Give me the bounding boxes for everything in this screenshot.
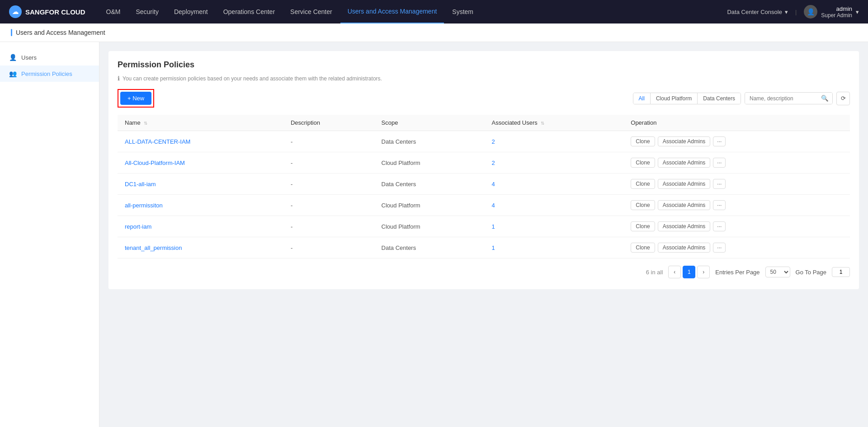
associated-count-link-5[interactable]: 1 [492, 244, 495, 251]
entries-per-page-label: Entries Per Page [715, 269, 760, 276]
page-nav: ‹ 1 › [668, 266, 710, 278]
refresh-button[interactable]: ⟳ [836, 92, 850, 105]
filter-cloud-platform[interactable]: Cloud Platform [651, 93, 698, 104]
sidebar-item-permission-policies[interactable]: 👥 Permission Policies [0, 66, 99, 82]
goto-label: Go To Page [796, 269, 826, 276]
sidebar-item-users[interactable]: 👤 Users [0, 49, 99, 66]
user-chevron-icon: ▾ [856, 9, 859, 15]
cell-associated-5: 1 [485, 237, 624, 258]
associate-admins-button-3[interactable]: Associate Admins [658, 200, 711, 210]
associate-admins-button-1[interactable]: Associate Admins [658, 158, 711, 168]
col-scope: Scope [374, 115, 485, 131]
cell-ops-0: Clone Associate Admins ··· [623, 131, 850, 152]
table-row: tenant_all_permission - Data Centers 1 C… [118, 237, 850, 258]
action-group-3: Clone Associate Admins ··· [631, 200, 843, 210]
more-button-2[interactable]: ··· [713, 179, 726, 189]
page-title: Permission Policies [118, 60, 850, 70]
policy-name-link-3[interactable]: all-permissiton [125, 202, 163, 209]
user-menu[interactable]: 👤 admin Super Admin ▾ [804, 5, 859, 19]
search-button[interactable]: 🔍 [817, 93, 832, 104]
content-card: Permission Policies ℹ You can create per… [108, 51, 859, 289]
more-button-1[interactable]: ··· [713, 158, 726, 168]
nav-item-deployment[interactable]: Deployment [167, 0, 215, 23]
clone-button-2[interactable]: Clone [631, 179, 655, 189]
table-row: All-Cloud-Platform-IAM - Cloud Platform … [118, 152, 850, 174]
more-button-4[interactable]: ··· [713, 221, 726, 231]
table-header-row: Name ⇅ Description Scope Associated User… [118, 115, 850, 131]
nav-item-service-center[interactable]: Service Center [283, 0, 340, 23]
col-operation: Operation [623, 115, 850, 131]
cell-scope-5: Data Centers [374, 237, 485, 258]
toolbar-right: All Cloud Platform Data Centers 🔍 ⟳ [633, 92, 850, 105]
goto-page-input[interactable] [832, 267, 850, 277]
next-page-button[interactable]: › [697, 266, 710, 278]
cell-name-5: tenant_all_permission [118, 237, 283, 258]
policy-name-link-0[interactable]: ALL-DATA-CENTER-IAM [125, 138, 190, 145]
clone-button-0[interactable]: Clone [631, 136, 655, 146]
search-input[interactable] [745, 93, 817, 104]
console-selector[interactable]: Data Center Console ▾ [727, 9, 788, 15]
associate-admins-button-2[interactable]: Associate Admins [658, 179, 711, 189]
nav-item-operations-center[interactable]: Operations Center [216, 0, 282, 23]
cell-description-3: - [283, 195, 374, 216]
associated-count-link-2[interactable]: 4 [492, 181, 495, 188]
more-button-0[interactable]: ··· [713, 136, 726, 146]
cell-associated-3: 4 [485, 195, 624, 216]
associate-admins-button-0[interactable]: Associate Admins [658, 136, 711, 146]
cell-name-1: All-Cloud-Platform-IAM [118, 152, 283, 174]
cell-scope-0: Data Centers [374, 131, 485, 152]
new-button-highlight: + New [118, 89, 154, 108]
clone-button-3[interactable]: Clone [631, 200, 655, 210]
more-button-5[interactable]: ··· [713, 243, 726, 253]
associated-count-link-1[interactable]: 2 [492, 160, 495, 166]
cell-description-4: - [283, 216, 374, 237]
entries-per-page-select[interactable]: 50 100 200 [765, 267, 790, 277]
policy-name-link-4[interactable]: report-iam [125, 223, 151, 230]
associated-count-link-4[interactable]: 1 [492, 223, 495, 230]
cell-description-5: - [283, 237, 374, 258]
more-button-3[interactable]: ··· [713, 200, 726, 210]
nav-divider: | [795, 9, 797, 15]
cell-name-2: DC1-all-iam [118, 174, 283, 195]
user-info: admin Super Admin [821, 5, 852, 19]
clone-button-4[interactable]: Clone [631, 221, 655, 231]
nav-item-users-access[interactable]: Users and Access Management [340, 0, 444, 23]
new-button[interactable]: + New [120, 92, 151, 105]
table-row: all-permissiton - Cloud Platform 4 Clone… [118, 195, 850, 216]
chevron-down-icon: ▾ [785, 9, 788, 15]
filter-all[interactable]: All [633, 93, 651, 104]
policy-name-link-5[interactable]: tenant_all_permission [125, 244, 182, 251]
policy-name-link-2[interactable]: DC1-all-iam [125, 181, 156, 188]
cell-scope-2: Data Centers [374, 174, 485, 195]
clone-button-1[interactable]: Clone [631, 158, 655, 168]
associated-count-link-0[interactable]: 2 [492, 138, 495, 145]
page-1-button[interactable]: 1 [683, 266, 695, 278]
nav-item-security[interactable]: Security [128, 0, 166, 23]
main-layout: 👤 Users 👥 Permission Policies Permission… [0, 42, 868, 427]
associate-admins-button-5[interactable]: Associate Admins [658, 243, 711, 253]
cell-name-3: all-permissiton [118, 195, 283, 216]
clone-button-5[interactable]: Clone [631, 243, 655, 253]
topnav: ☁ SANGFOR CLOUD O&M Security Deployment … [0, 0, 868, 23]
sort-name-icon: ⇅ [144, 121, 147, 126]
breadcrumb-bar: Users and Access Management [0, 23, 868, 42]
associate-admins-button-4[interactable]: Associate Admins [658, 221, 711, 231]
cell-description-0: - [283, 131, 374, 152]
col-associated-users[interactable]: Associated Users ⇅ [485, 115, 624, 131]
prev-page-button[interactable]: ‹ [668, 266, 681, 278]
action-group-4: Clone Associate Admins ··· [631, 221, 843, 231]
filter-data-centers[interactable]: Data Centers [698, 93, 741, 104]
filter-group: All Cloud Platform Data Centers [633, 93, 741, 104]
permissions-table: Name ⇅ Description Scope Associated User… [118, 115, 850, 258]
associated-count-link-3[interactable]: 4 [492, 202, 495, 209]
cell-ops-1: Clone Associate Admins ··· [623, 152, 850, 174]
col-name[interactable]: Name ⇅ [118, 115, 283, 131]
brand-logo[interactable]: ☁ SANGFOR CLOUD [9, 5, 85, 18]
logo-icon: ☁ [9, 5, 22, 18]
nav-item-om[interactable]: O&M [99, 0, 128, 23]
policy-name-link-1[interactable]: All-Cloud-Platform-IAM [125, 160, 185, 166]
nav-item-system[interactable]: System [445, 0, 481, 23]
cell-ops-3: Clone Associate Admins ··· [623, 195, 850, 216]
breadcrumb: Users and Access Management [16, 29, 105, 36]
cell-scope-3: Cloud Platform [374, 195, 485, 216]
